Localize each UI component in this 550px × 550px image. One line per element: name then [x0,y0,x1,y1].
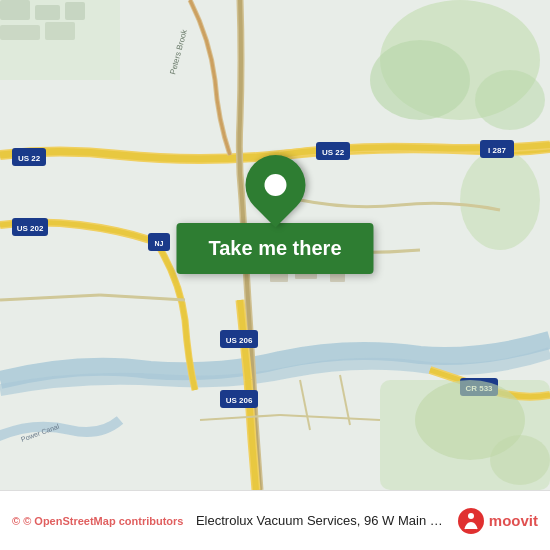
svg-text:US 206: US 206 [226,336,253,345]
location-label: Electrolux Vacuum Services, 96 W Main St… [196,513,449,528]
svg-text:US 22: US 22 [18,154,41,163]
bottom-bar: © © OpenStreetMap contributors Electrolu… [0,490,550,550]
svg-point-41 [458,508,484,534]
svg-point-40 [490,435,550,485]
svg-point-37 [370,40,470,120]
svg-rect-7 [65,2,85,20]
svg-point-42 [468,513,474,519]
svg-text:NJ: NJ [155,240,164,247]
osm-attribution: © © OpenStreetMap contributors [12,515,183,527]
moovit-icon [457,507,485,535]
svg-rect-5 [0,0,30,20]
moovit-logo: moovit [457,507,538,535]
moovit-brand-text: moovit [489,512,538,529]
map-container: US 22 US 22 I 287 US 202 NJ US 206 US 20… [0,0,550,490]
svg-rect-8 [0,25,40,40]
osm-circle-icon: © [12,515,20,527]
svg-rect-6 [35,5,60,20]
take-me-there-button[interactable]: Take me there [176,223,373,274]
location-pin [233,143,318,228]
take-me-there-container: Take me there [176,155,373,274]
svg-point-2 [460,150,540,250]
svg-rect-9 [45,22,75,40]
svg-text:US 202: US 202 [17,224,44,233]
svg-text:I 287: I 287 [488,146,506,155]
svg-point-38 [475,70,545,130]
svg-text:US 206: US 206 [226,396,253,405]
osm-text: © OpenStreetMap contributors [23,515,183,527]
